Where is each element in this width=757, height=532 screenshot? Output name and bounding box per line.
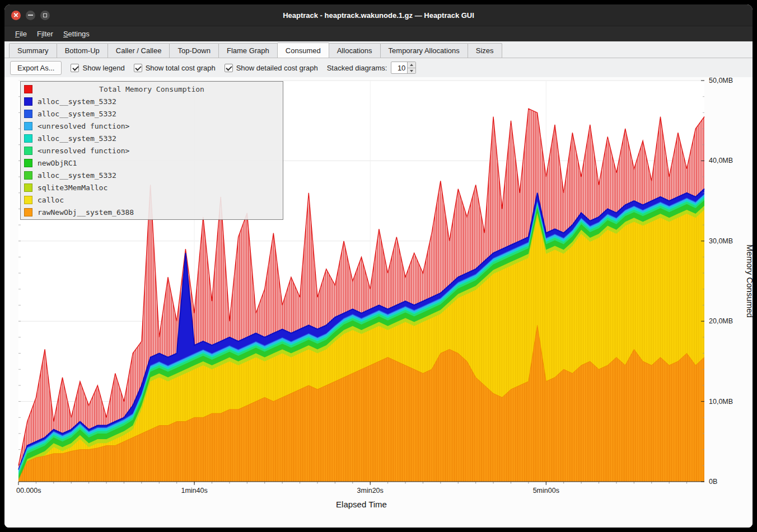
y-tick-label: 50,0MB bbox=[709, 77, 733, 84]
toolbar: Export As... Show legendShow total cost … bbox=[4, 58, 753, 77]
checkbox-box[interactable] bbox=[71, 64, 79, 72]
stacked-diagrams-spinbox[interactable]: 10 bbox=[391, 62, 416, 74]
chart-region: 00.000s1min40s3min20s5min00s0B10,0MB20,0… bbox=[4, 77, 753, 528]
legend-item: alloc__system_5332 bbox=[21, 107, 283, 120]
legend-label: sqlite3MemMalloc bbox=[38, 183, 108, 192]
maximize-button[interactable] bbox=[40, 11, 50, 20]
checkbox-show-total-cost-graph[interactable]: Show total cost graph bbox=[134, 64, 216, 72]
legend-swatch bbox=[24, 85, 32, 93]
legend-item: <unresolved function> bbox=[21, 144, 283, 157]
legend-swatch bbox=[24, 134, 32, 143]
y-tick-label: 20,0MB bbox=[709, 317, 733, 325]
legend-label: calloc bbox=[38, 196, 64, 204]
checkbox-show-legend[interactable]: Show legend bbox=[71, 64, 124, 72]
legend-label: alloc__system_5332 bbox=[38, 110, 116, 118]
legend-label: alloc__system_5332 bbox=[38, 171, 116, 180]
tab-flame-graph[interactable]: Flame Graph bbox=[218, 43, 278, 58]
spin-down-icon[interactable] bbox=[408, 68, 415, 74]
y-tick-label: 10,0MB bbox=[709, 398, 733, 406]
x-tick-label: 1min40s bbox=[181, 487, 207, 495]
legend-label: <unresolved function> bbox=[38, 122, 129, 130]
checkbox-group: Show legendShow total cost graphShow det… bbox=[71, 64, 317, 72]
y-tick-label: 30,0MB bbox=[709, 237, 733, 245]
spin-up-icon[interactable] bbox=[408, 62, 415, 68]
tab-allocations[interactable]: Allocations bbox=[329, 43, 381, 58]
y-tick-label: 40,0MB bbox=[709, 157, 733, 164]
legend-item: newObjRC1 bbox=[21, 157, 283, 169]
legend-label: newObjRC1 bbox=[38, 159, 77, 167]
legend-title-row: Total Memory Consumption bbox=[21, 83, 283, 95]
close-button[interactable] bbox=[11, 11, 21, 20]
legend-label: alloc__system_5332 bbox=[38, 134, 116, 143]
x-axis-title: Elapsed Time bbox=[336, 500, 387, 509]
tab-top-down[interactable]: Top-Down bbox=[169, 43, 219, 58]
legend-item: alloc__system_5332 bbox=[21, 169, 283, 181]
x-tick-label: 3min20s bbox=[357, 487, 384, 495]
tabbar: SummaryBottom-UpCaller / CalleeTop-DownF… bbox=[4, 41, 753, 58]
stacked-diagrams-value: 10 bbox=[391, 62, 407, 73]
x-tick-label: 00.000s bbox=[16, 487, 41, 495]
checkbox-box[interactable] bbox=[134, 64, 142, 72]
stacked-diagrams-label: Stacked diagrams: bbox=[327, 64, 387, 72]
legend-swatch bbox=[24, 147, 32, 155]
checkbox-label: Show detailed cost graph bbox=[236, 64, 318, 72]
y-axis-title: Memory Consumed bbox=[745, 244, 753, 318]
stacked-diagrams-group: Stacked diagrams: 10 bbox=[327, 62, 417, 74]
tab-temporary-allocations[interactable]: Temporary Allocations bbox=[380, 43, 468, 58]
menu-filter[interactable]: Filter bbox=[32, 27, 58, 40]
menubar: FileFilterSettings bbox=[4, 26, 753, 41]
menu-file[interactable]: File bbox=[10, 27, 32, 40]
spin-arrows bbox=[407, 62, 415, 73]
minimize-button[interactable] bbox=[26, 11, 35, 20]
menu-settings[interactable]: Settings bbox=[58, 27, 95, 40]
legend-swatch bbox=[24, 208, 32, 216]
legend-item: <unresolved function> bbox=[21, 120, 283, 132]
legend-swatch bbox=[24, 183, 32, 192]
legend-swatch bbox=[24, 196, 32, 204]
tab-sizes[interactable]: Sizes bbox=[468, 43, 502, 58]
app-window: Heaptrack - heaptrack.wakunode.1.gz — He… bbox=[4, 4, 753, 528]
legend-swatch bbox=[24, 97, 32, 106]
tab-bottom-up[interactable]: Bottom-Up bbox=[57, 43, 108, 58]
legend-label: Total Memory Consumption bbox=[38, 85, 266, 93]
checkbox-box[interactable] bbox=[225, 64, 233, 72]
legend-swatch bbox=[24, 122, 32, 130]
legend-item: alloc__system_5332 bbox=[21, 132, 283, 144]
checkbox-show-detailed-cost-graph[interactable]: Show detailed cost graph bbox=[225, 64, 318, 72]
legend-label: alloc__system_5332 bbox=[38, 97, 116, 106]
legend-label: rawNewObj__system_6388 bbox=[38, 208, 134, 216]
legend-swatch bbox=[24, 171, 32, 180]
legend-item: sqlite3MemMalloc bbox=[21, 181, 283, 194]
tab-summary[interactable]: Summary bbox=[9, 43, 57, 58]
legend-item: alloc__system_5332 bbox=[21, 95, 283, 107]
x-tick-label: 5min00s bbox=[533, 487, 559, 495]
legend-item: calloc bbox=[21, 194, 283, 206]
chart-legend: Total Memory Consumptionalloc__system_53… bbox=[20, 81, 283, 220]
checkbox-label: Show total cost graph bbox=[146, 64, 216, 72]
legend-swatch bbox=[24, 110, 32, 118]
legend-label: <unresolved function> bbox=[38, 147, 129, 155]
y-tick-label: 0B bbox=[709, 478, 717, 486]
window-controls bbox=[11, 4, 50, 26]
window-title: Heaptrack - heaptrack.wakunode.1.gz — He… bbox=[4, 11, 753, 20]
legend-swatch bbox=[24, 159, 32, 167]
titlebar[interactable]: Heaptrack - heaptrack.wakunode.1.gz — He… bbox=[4, 4, 753, 26]
export-as-button[interactable]: Export As... bbox=[10, 61, 62, 75]
tab-consumed[interactable]: Consumed bbox=[277, 43, 329, 58]
tab-caller-callee[interactable]: Caller / Callee bbox=[108, 43, 170, 58]
checkbox-label: Show legend bbox=[82, 64, 124, 72]
legend-item: rawNewObj__system_6388 bbox=[21, 206, 283, 218]
